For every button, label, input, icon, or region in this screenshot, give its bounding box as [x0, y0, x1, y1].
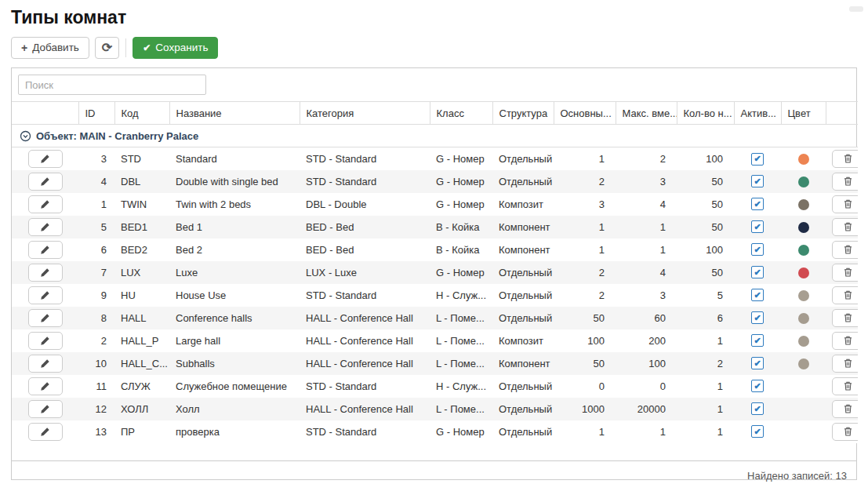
edit-row-button[interactable] — [28, 377, 63, 395]
cell-structure: Отдельный — [492, 284, 554, 307]
cell-main-capacity: 0 — [554, 375, 616, 398]
cell-room-count: 1 — [677, 329, 734, 352]
cell-main-capacity: 3 — [554, 193, 616, 216]
add-button-label: Добавить — [32, 42, 79, 53]
col-structure[interactable]: Структура — [492, 102, 554, 125]
color-dot — [798, 222, 809, 233]
delete-row-button[interactable] — [832, 286, 858, 304]
active-checkbox[interactable]: ✔ — [751, 198, 764, 210]
refresh-button[interactable]: ⟳ — [95, 37, 119, 59]
active-checkbox[interactable]: ✔ — [751, 311, 764, 324]
active-checkbox[interactable]: ✔ — [751, 220, 764, 233]
cell-structure: Компонент — [492, 352, 554, 375]
col-category[interactable]: Категория — [300, 102, 430, 125]
delete-row-button[interactable] — [832, 264, 858, 282]
edit-row-button[interactable] — [28, 355, 63, 373]
save-button[interactable]: ✔ Сохранить — [133, 37, 218, 59]
edit-row-button[interactable] — [28, 286, 63, 304]
col-class[interactable]: Класс — [430, 102, 492, 125]
cell-name: проверка — [169, 420, 300, 443]
delete-row-button[interactable] — [832, 218, 858, 236]
edit-row-button[interactable] — [28, 309, 63, 327]
trash-icon — [843, 198, 853, 209]
cell-code: ПР — [114, 420, 169, 443]
cell-room-count: 100 — [677, 238, 734, 261]
cell-delete — [826, 147, 858, 170]
cell-category: STD - Standard — [300, 284, 430, 307]
cell-class: G - Номер — [430, 193, 492, 216]
col-main-capacity[interactable]: Основны... — [554, 102, 616, 125]
delete-row-button[interactable] — [832, 241, 858, 259]
cell-active: ✔ — [734, 329, 781, 352]
add-button[interactable]: + Добавить — [11, 37, 89, 59]
col-max-capacity[interactable]: Макс. вме... — [616, 102, 677, 125]
active-checkbox[interactable]: ✔ — [751, 153, 764, 166]
col-room-count[interactable]: Кол-во н... — [677, 102, 734, 125]
active-checkbox[interactable]: ✔ — [751, 266, 764, 278]
collapse-group-icon[interactable] — [20, 130, 31, 142]
cell-color — [781, 284, 826, 307]
col-active[interactable]: Актив... — [734, 102, 781, 125]
edit-row-button[interactable] — [28, 150, 63, 168]
delete-row-button[interactable] — [832, 173, 858, 191]
cell-name: Large hall — [169, 329, 300, 352]
table-row: 4 DBL Double with single bed STD - Stand… — [12, 170, 858, 193]
delete-row-button[interactable] — [832, 150, 858, 168]
cell-delete — [826, 398, 858, 420]
col-id[interactable]: ID — [78, 102, 114, 125]
cell-edit — [12, 193, 78, 216]
pencil-icon — [40, 313, 50, 323]
plus-icon: + — [21, 42, 27, 53]
pencil-icon — [40, 199, 50, 209]
cell-main-capacity: 100 — [554, 329, 616, 352]
trash-icon — [843, 335, 853, 346]
col-name[interactable]: Название — [169, 102, 300, 125]
group-row[interactable]: Объект: MAIN - Cranberry Palace — [12, 125, 858, 147]
active-checkbox[interactable]: ✔ — [751, 425, 764, 438]
delete-row-button[interactable] — [832, 355, 858, 373]
edit-row-button[interactable] — [28, 195, 63, 213]
room-types-table: ID Код Название Категория Класс Структур… — [12, 101, 858, 443]
delete-row-button[interactable] — [832, 377, 858, 395]
delete-row-button[interactable] — [832, 309, 858, 327]
cell-main-capacity: 2 — [554, 284, 616, 307]
delete-row-button[interactable] — [832, 423, 858, 441]
cell-name: Служебное помещение — [169, 375, 300, 398]
cell-code: HALL_P — [114, 329, 169, 352]
cell-class: L - Поме... — [430, 329, 492, 352]
delete-row-button[interactable] — [832, 195, 858, 213]
delete-row-button[interactable] — [832, 332, 858, 350]
cell-code: HU — [114, 284, 169, 307]
cell-delete — [826, 375, 858, 398]
active-checkbox[interactable]: ✔ — [751, 380, 764, 392]
active-checkbox[interactable]: ✔ — [751, 243, 764, 256]
col-color[interactable]: Цвет — [781, 102, 826, 125]
edit-row-button[interactable] — [28, 218, 63, 236]
cell-name: Subhalls — [169, 352, 300, 375]
edit-row-button[interactable] — [28, 400, 63, 418]
cell-category: STD - Standard — [300, 170, 430, 193]
cell-name: House Use — [169, 284, 300, 307]
edit-row-button[interactable] — [28, 264, 63, 282]
cell-active: ✔ — [734, 170, 781, 193]
active-checkbox[interactable]: ✔ — [751, 357, 764, 369]
grid-panel: ID Код Название Категория Класс Структур… — [11, 67, 857, 480]
trash-icon — [843, 244, 853, 255]
active-checkbox[interactable]: ✔ — [751, 175, 764, 187]
pencil-icon — [40, 358, 50, 369]
cell-delete — [826, 170, 858, 193]
col-code[interactable]: Код — [114, 102, 169, 125]
edit-row-button[interactable] — [28, 241, 63, 259]
delete-row-button[interactable] — [832, 400, 858, 418]
cell-color — [781, 352, 826, 375]
cell-name: Standard — [169, 147, 300, 170]
active-checkbox[interactable]: ✔ — [751, 334, 764, 347]
active-checkbox[interactable]: ✔ — [751, 289, 764, 301]
edit-row-button[interactable] — [28, 423, 63, 441]
active-checkbox[interactable]: ✔ — [751, 402, 764, 415]
search-input[interactable] — [18, 75, 206, 95]
edit-row-button[interactable] — [28, 332, 63, 350]
cell-active: ✔ — [734, 193, 781, 216]
edit-row-button[interactable] — [28, 173, 63, 191]
cell-main-capacity: 2 — [554, 261, 616, 284]
